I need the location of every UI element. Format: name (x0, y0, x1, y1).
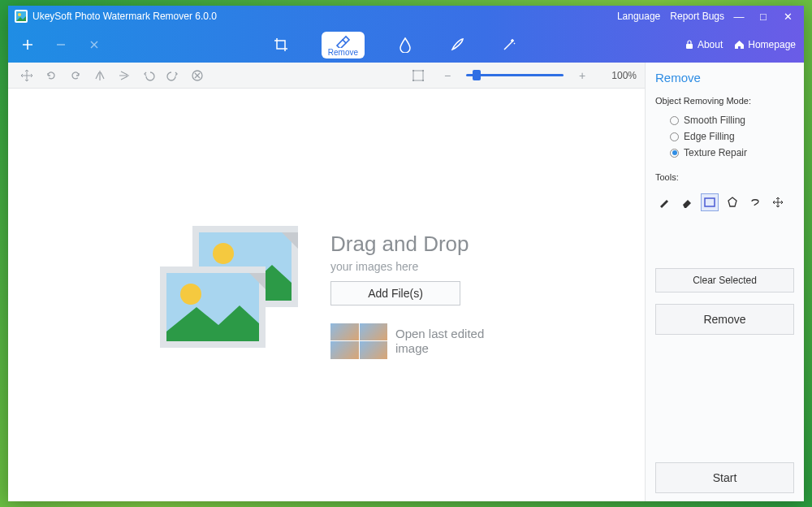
flip-v-icon[interactable] (114, 65, 135, 86)
main-toolbar: Remove About Homepage (8, 27, 804, 63)
mode-edge[interactable]: Edge Filling (670, 131, 794, 142)
svg-point-1 (18, 13, 21, 16)
svg-point-14 (180, 284, 201, 305)
remove-tool-button[interactable]: Remove (322, 32, 365, 58)
zoom-out-button[interactable]: − (437, 65, 458, 86)
mode-section-label: Object Removing Mode: (655, 96, 794, 106)
remove-tool-label: Remove (328, 48, 358, 57)
svg-rect-6 (422, 70, 424, 72)
drop-subtitle: your images here (330, 260, 493, 273)
open-last-row[interactable]: Open last edited image (330, 323, 493, 359)
canvas[interactable]: Drag and Drop your images here Add File(… (8, 89, 645, 501)
tool-brush-icon[interactable] (655, 193, 673, 211)
panel-remove-button[interactable]: Remove (655, 304, 794, 335)
undo-icon[interactable] (138, 65, 159, 86)
homepage-link[interactable]: Homepage (734, 39, 796, 50)
canvas-toolbar: − + 100% (8, 63, 645, 89)
drop-zone: Drag and Drop your images here Add File(… (160, 226, 493, 364)
rotate-left-icon[interactable] (41, 65, 62, 86)
right-panel: Remove Object Removing Mode: Smooth Fill… (645, 63, 804, 501)
panel-title: Remove (655, 71, 794, 84)
maximize-button[interactable]: □ (754, 11, 773, 23)
clear-selected-button[interactable]: Clear Selected (655, 268, 794, 292)
tool-eraser-icon[interactable] (678, 193, 696, 211)
add-tab-button[interactable] (16, 33, 38, 56)
flip-h-icon[interactable] (89, 65, 110, 86)
last-thumbnails-icon (330, 323, 387, 359)
minimize-button[interactable]: — (729, 11, 749, 23)
zoom-label: 100% (601, 70, 637, 81)
add-files-button[interactable]: Add File(s) (330, 281, 460, 306)
lock-icon (685, 40, 694, 50)
tab-close-icon[interactable] (84, 33, 106, 56)
tools-row (655, 193, 794, 211)
svg-point-11 (213, 243, 234, 264)
tool-marquee-icon[interactable] (701, 193, 719, 211)
water-tool-button[interactable] (394, 33, 417, 56)
drop-image-icon (160, 226, 314, 364)
tool-move-icon[interactable] (769, 193, 787, 211)
tool-polygon-icon[interactable] (723, 193, 741, 211)
about-link[interactable]: About (685, 39, 723, 50)
wand-tool-button[interactable] (498, 33, 520, 56)
mode-texture[interactable]: Texture Repair (670, 147, 794, 158)
mode-smooth[interactable]: Smooth Filling (670, 115, 794, 126)
start-button[interactable]: Start (655, 462, 794, 493)
close-button[interactable]: ✕ (778, 11, 797, 23)
svg-rect-5 (412, 70, 414, 72)
tool-lasso-icon[interactable] (746, 193, 764, 211)
app-window: UkeySoft Photo Watermark Remover 6.0.0 L… (8, 6, 804, 501)
canvas-wrap: − + 100% (8, 63, 645, 501)
zoom-in-button[interactable]: + (572, 65, 593, 86)
svg-rect-8 (422, 80, 424, 81)
move-icon[interactable] (16, 65, 37, 86)
app-logo-icon (15, 10, 28, 23)
titlebar: UkeySoft Photo Watermark Remover 6.0.0 L… (8, 6, 804, 27)
home-icon (734, 40, 745, 50)
svg-rect-4 (413, 71, 423, 80)
svg-rect-2 (686, 44, 693, 49)
main-area: − + 100% (8, 63, 804, 501)
svg-rect-15 (705, 198, 715, 206)
rotate-right-icon[interactable] (65, 65, 86, 86)
crop-tool-button[interactable] (270, 33, 292, 56)
tab-min-icon[interactable] (50, 33, 71, 56)
redo-icon[interactable] (162, 65, 184, 86)
app-title: UkeySoft Photo Watermark Remover 6.0.0 (32, 11, 217, 22)
zoom-slider[interactable] (466, 74, 564, 76)
open-last-label: Open last edited image (395, 327, 493, 356)
language-link[interactable]: Language (617, 11, 660, 22)
fit-icon[interactable] (408, 65, 429, 86)
svg-rect-7 (412, 80, 414, 81)
drop-title: Drag and Drop (330, 232, 493, 257)
tools-section-label: Tools: (655, 172, 794, 182)
brush-tool-button[interactable] (446, 33, 469, 56)
zoom-thumb[interactable] (473, 70, 481, 80)
delete-icon[interactable] (187, 65, 208, 86)
report-bugs-link[interactable]: Report Bugs (670, 11, 724, 22)
